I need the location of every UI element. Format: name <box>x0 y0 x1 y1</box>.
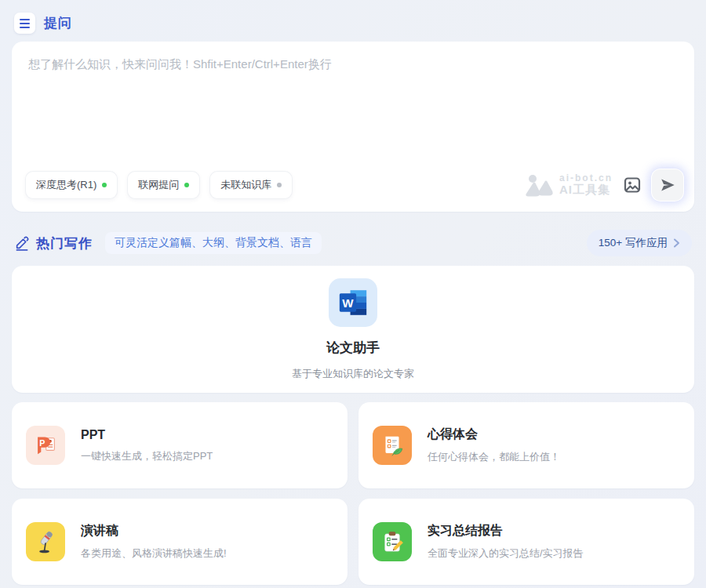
app-title: 实习总结报告 <box>428 523 584 539</box>
attach-image-button[interactable] <box>623 176 642 194</box>
toggle-label: 联网提问 <box>138 178 179 192</box>
svg-text:P: P <box>39 438 45 448</box>
more-label: 150+ 写作应用 <box>599 236 668 250</box>
toggle-deep-think[interactable]: 深度思考(R1) <box>26 172 117 198</box>
hot-writing-section-header: 热门写作 可灵活定义篇幅、大纲、背景文档、语言 150+ 写作应用 <box>14 230 692 256</box>
notes-leaf-icon <box>373 426 412 465</box>
app-title: 演讲稿 <box>81 523 227 539</box>
status-dot <box>277 183 282 187</box>
toggle-label: 未联知识库 <box>220 178 271 192</box>
status-dot <box>184 183 189 187</box>
featured-subtitle: 基于专业知识库的论文专家 <box>292 367 414 381</box>
app-card-reflections[interactable]: 心得体会 任何心得体会，都能上价值！ <box>358 402 694 488</box>
prompt-toolbar: 深度思考(R1) 联网提问 未联知识库 <box>26 169 683 201</box>
microphone-icon <box>26 522 65 561</box>
app-title: 心得体会 <box>428 426 560 443</box>
image-icon <box>623 176 642 194</box>
powerpoint-icon: P <box>26 426 65 465</box>
page-title: 提问 <box>44 14 72 32</box>
hamburger-menu-button[interactable] <box>14 13 35 34</box>
more-writing-apps-button[interactable]: 150+ 写作应用 <box>587 230 692 256</box>
status-dot <box>102 183 107 187</box>
featured-title: 论文助手 <box>326 339 380 357</box>
toggle-label: 深度思考(R1) <box>36 178 96 192</box>
pencil-edit-icon <box>14 235 30 251</box>
word-logo-icon: W <box>329 278 377 327</box>
app-subtitle: 各类用途、风格演讲稿快速生成! <box>81 546 227 561</box>
ai-bot-logo-icon <box>526 173 554 197</box>
toggle-row: 深度思考(R1) 联网提问 未联知识库 <box>26 172 292 198</box>
app-subtitle: 全面专业深入的实习总结/实习报告 <box>428 546 584 561</box>
prompt-placeholder: 想了解什么知识，快来问问我！Shfit+Enter/Ctrl+Enter换行 <box>28 57 679 72</box>
svg-text:W: W <box>342 296 354 310</box>
watermark: ai-bot.cn AI工具集 <box>526 173 613 197</box>
writing-apps-grid: P PPT 一键快速生成，轻松搞定PPT 心得体会 任何心得体会，都能上价 <box>12 402 694 588</box>
hamburger-icon <box>20 19 30 20</box>
toggle-knowledge-base[interactable]: 未联知识库 <box>210 172 292 198</box>
app-subtitle: 任何心得体会，都能上价值！ <box>428 450 560 464</box>
watermark-name: AI工具集 <box>559 183 613 197</box>
prompt-input-card[interactable]: 想了解什么知识，快来问问我！Shfit+Enter/Ctrl+Enter换行 深… <box>12 42 694 212</box>
section-title: 热门写作 <box>36 234 93 252</box>
prompt-actions: ai-bot.cn AI工具集 <box>526 169 683 201</box>
section-subtitle: 可灵活定义篇幅、大纲、背景文档、语言 <box>105 232 322 254</box>
app-card-ppt[interactable]: P PPT 一键快速生成，轻松搞定PPT <box>12 402 348 488</box>
topbar: 提问 <box>0 0 706 34</box>
app-card-speech[interactable]: 演讲稿 各类用途、风格演讲稿快速生成! <box>12 499 348 585</box>
clipboard-icon <box>373 522 412 561</box>
app-subtitle: 一键快速生成，轻松搞定PPT <box>81 449 213 463</box>
toggle-web-search[interactable]: 联网提问 <box>128 172 199 198</box>
featured-app-card-paper-assistant[interactable]: W 论文助手 基于专业知识库的论文专家 <box>12 266 694 393</box>
app-title: PPT <box>81 428 213 442</box>
send-icon <box>659 176 676 194</box>
app-card-internship-report[interactable]: 实习总结报告 全面专业深入的实习总结/实习报告 <box>358 499 694 585</box>
send-button[interactable] <box>652 169 683 201</box>
chevron-right-icon <box>673 238 680 248</box>
